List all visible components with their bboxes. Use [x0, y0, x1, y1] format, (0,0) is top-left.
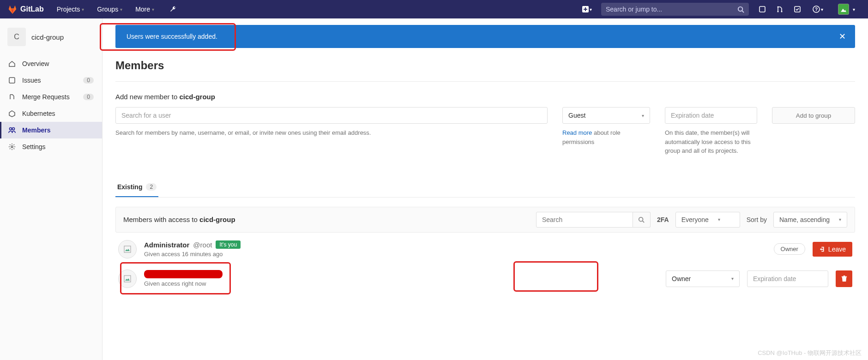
sidebar-item-label: Merge Requests [22, 93, 70, 101]
tabs: Existing 2 [115, 178, 855, 198]
chevron-down-icon: ▾ [731, 276, 734, 281]
member-role-select[interactable]: Owner ▾ [666, 270, 740, 287]
navbar-left: GitLab Projects▾ Groups▾ More▾ [7, 0, 181, 18]
member-avatar [118, 270, 137, 288]
group-avatar: C [7, 28, 26, 46]
sidebar-item-issues[interactable]: Issues 0 [0, 72, 102, 89]
merge-icon [8, 93, 16, 101]
chevron-down-icon: ▾ [82, 7, 84, 12]
member-name: Administrator [144, 241, 189, 249]
twofa-select[interactable]: Everyone ▾ [675, 212, 740, 228]
chevron-down-icon: ▾ [152, 7, 154, 12]
its-you-badge: It's you [216, 240, 241, 249]
nav-groups[interactable]: Groups▾ [91, 0, 128, 18]
sortby-label: Sort by [747, 216, 767, 223]
twofa-label: 2FA [657, 216, 669, 223]
svg-marker-10 [9, 111, 15, 117]
user-avatar-icon [838, 4, 849, 15]
todos-icon[interactable] [790, 0, 805, 18]
help-dropdown[interactable]: ? ▾ [807, 0, 829, 18]
plus-dropdown[interactable]: ▾ [579, 0, 596, 18]
svg-rect-15 [124, 246, 131, 252]
member-info: Given access right now [144, 270, 658, 287]
read-more-link[interactable]: Read more [562, 129, 592, 136]
user-search-input[interactable] [115, 107, 548, 124]
brand-text: GitLab [20, 5, 44, 13]
member-handle: @root [193, 241, 212, 249]
leave-icon [819, 246, 826, 252]
watermark: CSDN @IoTHub - 物联网开源技术社区 [758, 349, 862, 357]
svg-point-4 [781, 11, 783, 12]
search-icon [638, 216, 645, 223]
gear-icon [8, 143, 16, 150]
search-input[interactable] [606, 6, 737, 13]
home-icon [8, 60, 16, 67]
access-label: Members with access to cicd-group [123, 216, 235, 223]
svg-point-3 [778, 11, 779, 12]
sidebar-item-members[interactable]: Members [0, 122, 102, 138]
navbar-right: ▾ ? ▾ ▾ [579, 0, 861, 18]
sidebar-item-overview[interactable]: Overview [0, 55, 102, 72]
sidebar-item-settings[interactable]: Settings [0, 138, 102, 155]
chevron-down-icon: ▾ [642, 113, 644, 118]
member-access-time: Given access 16 minutes ago [144, 251, 766, 258]
wrench-icon[interactable] [165, 0, 181, 18]
chevron-down-icon: ▾ [821, 7, 823, 12]
nav-more[interactable]: More▾ [130, 0, 160, 18]
trash-icon [841, 275, 848, 282]
page-title: Members [115, 59, 855, 72]
svg-point-1 [738, 6, 742, 11]
add-member-heading: Add new member to cicd-group [115, 93, 855, 101]
user-menu[interactable]: ▾ [831, 0, 861, 18]
issues-icon[interactable] [754, 0, 770, 18]
sidebar-item-merge-requests[interactable]: Merge Requests 0 [0, 89, 102, 105]
nav-projects[interactable]: Projects▾ [51, 0, 90, 18]
gitlab-icon [7, 4, 18, 14]
remove-member-button[interactable] [836, 270, 852, 287]
user-help-text: Search for members by name, username, or… [115, 128, 548, 138]
divider [115, 81, 855, 82]
member-info: Administrator @root It's you Given acces… [144, 240, 766, 258]
redacted-name [144, 270, 223, 278]
svg-point-13 [11, 146, 13, 148]
member-expiration-input[interactable]: Expiration date [747, 270, 828, 287]
svg-point-5 [778, 6, 779, 8]
group-header[interactable]: C cicd-group [0, 24, 102, 50]
tab-count: 2 [146, 183, 157, 191]
add-member-row: Search for members by name, username, or… [115, 107, 855, 156]
role-help-text: Read more about role permissions [562, 128, 650, 146]
sidebar-item-label: Members [22, 126, 50, 134]
chevron-down-icon: ▾ [718, 217, 720, 222]
member-search-button[interactable] [633, 212, 651, 228]
tab-existing[interactable]: Existing 2 [115, 178, 158, 197]
role-select[interactable]: Guest ▾ [562, 107, 650, 124]
svg-text:?: ? [815, 7, 818, 12]
sidebar-badge: 0 [83, 77, 94, 84]
sidebar-badge: 0 [83, 94, 94, 100]
sidebar-item-label: Settings [22, 143, 46, 150]
svg-point-12 [12, 128, 15, 130]
members-icon [8, 126, 16, 134]
close-icon[interactable]: ✕ [839, 31, 846, 42]
expiration-input[interactable] [665, 107, 757, 124]
svg-rect-9 [9, 78, 15, 83]
group-name: cicd-group [31, 33, 64, 41]
broken-image-icon [124, 275, 131, 282]
svg-point-11 [10, 128, 12, 130]
search-icon [737, 6, 744, 13]
sidebar-item-kubernetes[interactable]: Kubernetes [0, 105, 102, 122]
leave-button[interactable]: Leave [813, 242, 852, 257]
sidebar-item-label: Issues [22, 77, 41, 84]
chevron-down-icon: ▾ [839, 217, 841, 222]
global-search[interactable] [601, 3, 749, 16]
add-to-group-button[interactable]: Add to group [772, 107, 855, 124]
sidebar: C cicd-group Overview Issues 0 Merge Req… [0, 18, 102, 360]
help-icon: ? [813, 6, 820, 13]
merge-requests-icon[interactable] [772, 0, 788, 18]
member-search-input[interactable] [536, 212, 633, 228]
kubernetes-icon [8, 110, 16, 117]
sortby-select[interactable]: Name, ascending ▾ [773, 212, 847, 228]
expiration-help-text: On this date, the member(s) will automat… [665, 128, 757, 156]
gitlab-logo[interactable]: GitLab [7, 4, 44, 14]
sidebar-item-label: Kubernetes [22, 110, 55, 117]
